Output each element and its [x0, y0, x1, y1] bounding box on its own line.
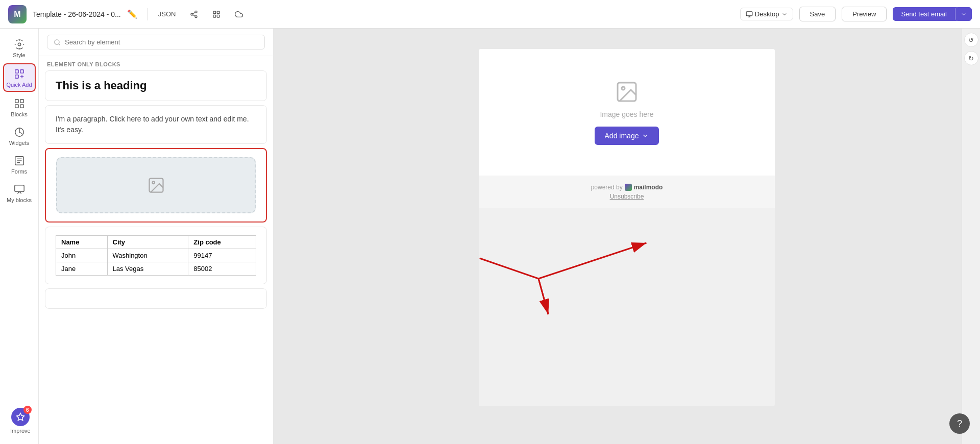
search-wrapper[interactable]	[47, 35, 265, 50]
table-col-name: Name	[56, 236, 108, 249]
save-button[interactable]: Save	[799, 7, 836, 21]
svg-point-12	[18, 43, 21, 46]
send-dropdown-button[interactable]	[955, 7, 972, 21]
table-row: Jane Las Vegas 85002	[56, 262, 256, 276]
logo: M	[8, 5, 27, 23]
sidebar-blocks-label: Blocks	[11, 111, 27, 117]
svg-point-0	[195, 11, 197, 13]
svg-rect-9	[746, 11, 752, 15]
powered-by-text: powered by mailmodo	[487, 184, 767, 191]
svg-rect-21	[20, 105, 23, 108]
svg-rect-13	[15, 70, 18, 73]
undo-button[interactable]: ↺	[964, 33, 978, 47]
canvas-area: Image goes here Add image powered by mai…	[274, 29, 980, 444]
topbar: M Template - 26-06-2024 - 0... ✏️ JSON D…	[0, 0, 980, 29]
block-extra[interactable]	[45, 288, 267, 309]
svg-rect-7	[213, 15, 216, 17]
svg-point-28	[55, 39, 59, 44]
sidebar-style-label: Style	[13, 52, 25, 58]
block-image[interactable]	[45, 148, 267, 223]
preview-button[interactable]: Preview	[842, 7, 887, 21]
table-preview: Name City Zip code John Washington 99147…	[56, 235, 256, 276]
search-bar	[39, 29, 273, 56]
improve-button[interactable]: 6 Improve	[10, 408, 31, 434]
section-label: ELEMENT ONLY BLOCKS	[39, 56, 273, 70]
svg-rect-14	[20, 70, 23, 73]
canvas-image-placeholder: Image goes here	[600, 80, 653, 118]
forms-icon	[14, 155, 25, 166]
paragraph-text: I'm a paragraph. Click here to add your …	[56, 114, 256, 135]
sidebar-item-quick-add[interactable]: Quick Add	[3, 63, 36, 92]
image-preview	[56, 157, 256, 213]
share-icon	[190, 10, 198, 18]
chevron-down-icon	[961, 11, 967, 17]
cloud-button[interactable]	[231, 8, 247, 20]
canvas-footer: powered by mailmodo Unsubscribe	[479, 176, 775, 208]
version-history-button[interactable]	[208, 8, 225, 20]
right-tools: ↺ ↻	[962, 29, 980, 444]
sidebar-item-my-blocks[interactable]: My blocks	[3, 180, 36, 206]
quick-add-icon	[14, 68, 25, 80]
monitor-icon	[746, 11, 753, 18]
mailmodo-dot	[625, 184, 632, 191]
canvas-image-block: Image goes here Add image	[479, 49, 775, 176]
blocks-icon	[14, 98, 25, 109]
svg-point-1	[191, 13, 193, 15]
chevron-down-icon	[642, 132, 649, 139]
svg-marker-37	[16, 413, 24, 421]
email-canvas: Image goes here Add image powered by mai…	[479, 49, 775, 406]
canvas-image-icon	[615, 80, 639, 104]
svg-point-36	[622, 87, 625, 90]
history-icon	[212, 10, 220, 18]
svg-rect-19	[20, 100, 23, 103]
redo-button[interactable]: ↻	[964, 51, 978, 65]
sidebar-item-forms[interactable]: Forms	[3, 151, 36, 178]
mailmodo-logo: mailmodo	[625, 184, 663, 191]
my-blocks-icon	[14, 184, 25, 195]
svg-rect-6	[217, 11, 220, 14]
table-row: John Washington 99147	[56, 249, 256, 262]
svg-rect-5	[213, 11, 216, 14]
image-placeholder-label: Image goes here	[600, 110, 653, 118]
sidebar-my-blocks-label: My blocks	[7, 197, 32, 203]
send-test-email-button[interactable]: Send test email	[893, 7, 955, 21]
bottom-bar: 6 Improve	[10, 408, 31, 434]
table-col-zip: Zip code	[188, 236, 256, 249]
edit-icon[interactable]: ✏️	[127, 9, 137, 19]
json-button[interactable]: JSON	[154, 8, 180, 20]
improve-badge: 6	[11, 408, 30, 426]
elements-panel: ELEMENT ONLY BLOCKS This is a heading I'…	[39, 29, 274, 444]
improve-badge-count: 6	[23, 406, 32, 414]
chevron-down-icon	[781, 11, 788, 17]
help-button[interactable]: ?	[949, 413, 970, 434]
svg-rect-8	[217, 15, 220, 17]
svg-point-31	[152, 182, 155, 184]
svg-rect-20	[15, 105, 18, 108]
improve-icon	[16, 412, 25, 422]
template-name: Template - 26-06-2024 - 0...	[33, 10, 121, 18]
table-col-city: City	[107, 236, 188, 249]
sidebar-item-blocks[interactable]: Blocks	[3, 94, 36, 120]
block-heading[interactable]: This is a heading	[45, 70, 267, 101]
cloud-icon	[235, 10, 243, 18]
search-input[interactable]	[65, 38, 258, 46]
sidebar-item-style[interactable]: Style	[3, 35, 36, 61]
improve-label: Improve	[10, 428, 31, 434]
widgets-icon	[14, 127, 25, 138]
share-button[interactable]	[186, 8, 202, 20]
sidebar-widgets-label: Widgets	[9, 140, 30, 146]
style-icon	[14, 39, 25, 50]
sidebar-quick-add-label: Quick Add	[6, 82, 32, 88]
svg-line-4	[193, 12, 195, 14]
block-table[interactable]: Name City Zip code John Washington 99147…	[45, 227, 267, 284]
sidebar-forms-label: Forms	[11, 168, 27, 175]
sidebar: Style Quick Add Blocks Widgets Forms My …	[0, 29, 39, 444]
svg-rect-27	[14, 185, 23, 192]
add-image-button[interactable]: Add image	[595, 127, 659, 145]
unsubscribe-link[interactable]: Unsubscribe	[487, 193, 767, 200]
view-mode-selector[interactable]: Desktop	[740, 8, 793, 20]
sidebar-item-widgets[interactable]: Widgets	[3, 122, 36, 149]
view-mode-label: Desktop	[755, 10, 779, 18]
block-paragraph[interactable]: I'm a paragraph. Click here to add your …	[45, 105, 267, 144]
main-layout: Style Quick Add Blocks Widgets Forms My …	[0, 29, 980, 444]
